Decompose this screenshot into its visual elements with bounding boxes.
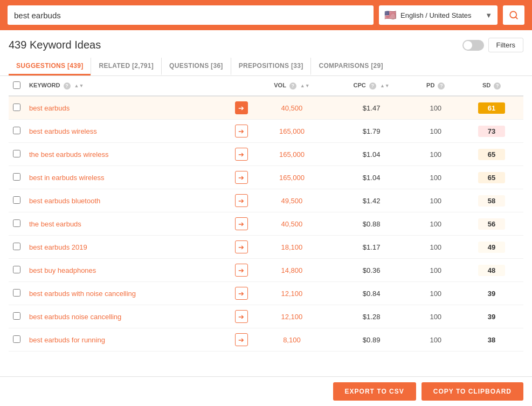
keyword-arrow-button[interactable]: ➔ <box>235 171 248 184</box>
keyword-help-icon[interactable]: ? <box>64 82 71 90</box>
vol-cell: 12,100 <box>252 305 331 328</box>
keyword-cell: best earbuds <box>25 96 231 120</box>
row-checkbox[interactable] <box>13 104 20 111</box>
keyword-arrow-button[interactable]: ➔ <box>235 148 248 161</box>
search-input[interactable] <box>8 5 374 25</box>
row-checkbox[interactable] <box>13 219 20 227</box>
row-checkbox[interactable] <box>13 243 20 250</box>
keyword-cell: the best earbuds <box>25 212 231 236</box>
language-label: English / United States <box>400 11 472 19</box>
keyword-cell: best earbuds noise cancelling <box>25 305 231 328</box>
keyword-arrow-button[interactable]: ➔ <box>235 310 248 323</box>
row-checkbox[interactable] <box>13 289 20 297</box>
tab-related[interactable]: RELATED [2,791] <box>91 58 161 75</box>
pd-cell: 100 <box>411 282 460 305</box>
cpc-cell: $1.79 <box>331 120 411 143</box>
flag-icon: 🇺🇸 <box>384 9 396 21</box>
vol-cell: 49,500 <box>252 189 331 212</box>
filter-row: Filters <box>462 38 523 52</box>
keyword-cell: best earbuds 2020 <box>25 352 231 357</box>
keyword-arrow-button[interactable]: ➔ <box>235 194 248 207</box>
row-checkbox[interactable] <box>13 173 20 181</box>
pd-cell: 100 <box>411 96 460 120</box>
keyword-arrow-button[interactable]: ➔ <box>235 101 248 114</box>
table-body: best earbuds➔40,500$1.4710061best earbud… <box>9 96 523 356</box>
sd-cell: 39 <box>460 282 523 305</box>
filter-toggle[interactable] <box>462 40 484 51</box>
sd-badge: 39 <box>478 288 505 299</box>
cpc-cell: $1.42 <box>331 189 411 212</box>
table-row: the best earbuds➔40,500$0.8810056 <box>9 212 523 236</box>
row-checkbox[interactable] <box>13 266 20 273</box>
search-button[interactable] <box>503 5 524 25</box>
pd-col-header: PD ? <box>411 76 460 96</box>
keyword-arrow-button[interactable]: ➔ <box>235 333 248 346</box>
subheader: 439 Keyword Ideas Filters <box>0 30 532 52</box>
cpc-sort-icon[interactable]: ▲▼ <box>380 83 390 88</box>
page-title: 439 Keyword Ideas <box>9 39 101 51</box>
tab-comparisons[interactable]: COMPARISONS [29] <box>310 58 390 75</box>
cpc-cell: $0.89 <box>331 328 411 352</box>
select-all-checkbox[interactable] <box>13 81 20 89</box>
cpc-help-icon[interactable]: ? <box>369 82 376 90</box>
pd-cell: 100 <box>411 189 460 212</box>
sd-badge: 56 <box>478 218 505 230</box>
keyword-cell: best earbuds for running <box>25 328 231 352</box>
tab-questions[interactable]: QUESTIONS [36] <box>161 58 231 75</box>
row-checkbox[interactable] <box>13 150 20 157</box>
svg-line-1 <box>515 17 517 18</box>
cpc-cell: $0.84 <box>331 282 411 305</box>
vol-help-icon[interactable]: ? <box>289 82 296 90</box>
row-checkbox[interactable] <box>13 127 20 134</box>
vol-cell: 40,500 <box>252 96 331 120</box>
filters-button[interactable]: Filters <box>488 38 523 52</box>
pd-cell: 100 <box>411 143 460 166</box>
vol-cell: 165,000 <box>252 166 331 189</box>
table-row: best earbuds with noise cancelling➔12,10… <box>9 282 523 305</box>
keyword-arrow-button[interactable]: ➔ <box>235 217 248 230</box>
pd-help-icon[interactable]: ? <box>438 82 445 90</box>
sd-badge: 49 <box>478 242 505 253</box>
row-checkbox[interactable] <box>13 312 20 320</box>
keyword-cell: best in earbuds wireless <box>25 166 231 189</box>
keyword-arrow-button[interactable]: ➔ <box>235 287 248 300</box>
pd-cell: 100 <box>411 305 460 328</box>
sd-badge: 38 <box>478 334 505 346</box>
sd-cell: 48 <box>460 259 523 282</box>
sd-badge: 65 <box>478 149 505 160</box>
sd-badge: 39 <box>478 311 505 322</box>
keyword-arrow-button[interactable]: ➔ <box>235 264 248 277</box>
row-checkbox[interactable] <box>13 196 20 204</box>
sd-cell: 56 <box>460 212 523 236</box>
tabs-container: SUGGESTIONS [439] RELATED [2,791] QUESTI… <box>0 52 532 76</box>
keyword-sort-icon[interactable]: ▲▼ <box>74 83 84 88</box>
vol-sort-icon[interactable]: ▲▼ <box>300 83 310 88</box>
tab-suggestions[interactable]: SUGGESTIONS [439] <box>9 58 91 75</box>
table-row: best buy headphones➔14,800$0.3610048 <box>9 259 523 282</box>
sd-cell: 58 <box>460 189 523 212</box>
keyword-table-container: KEYWORD ? ▲▼ VOL ? ▲▼ CPC ? ▲▼ PD ? <box>0 76 532 356</box>
sd-cell: 61 <box>460 96 523 120</box>
keyword-arrow-button[interactable]: ➔ <box>235 125 248 137</box>
table-row: best earbuds➔40,500$1.4710061 <box>9 96 523 120</box>
header: 🇺🇸 English / United States ▼ <box>0 0 532 30</box>
cpc-cell: $0.88 <box>331 212 411 236</box>
sd-help-icon[interactable]: ? <box>494 82 501 90</box>
sd-cell: 65 <box>460 143 523 166</box>
tab-prepositions[interactable]: PREPOSITIONS [33] <box>231 58 311 75</box>
vol-cell: 165,000 <box>252 120 331 143</box>
sd-cell: 73 <box>460 120 523 143</box>
language-selector[interactable]: 🇺🇸 English / United States ▼ <box>379 5 498 25</box>
keyword-cell: best earbuds wireless <box>25 120 231 143</box>
cpc-cell: $1.28 <box>331 305 411 328</box>
cpc-cell: $1.47 <box>331 96 411 120</box>
table-row: best earbuds 2019➔18,100$1.1710049 <box>9 236 523 259</box>
cpc-cell: $1.10 <box>331 352 411 357</box>
vol-cell: 12,100 <box>252 282 331 305</box>
vol-cell: 8,100 <box>252 328 331 352</box>
pd-cell: 100 <box>411 166 460 189</box>
vol-cell: 8,100 <box>252 352 331 357</box>
cpc-cell: $1.17 <box>331 236 411 259</box>
keyword-arrow-button[interactable]: ➔ <box>235 240 248 253</box>
row-checkbox[interactable] <box>13 335 20 343</box>
